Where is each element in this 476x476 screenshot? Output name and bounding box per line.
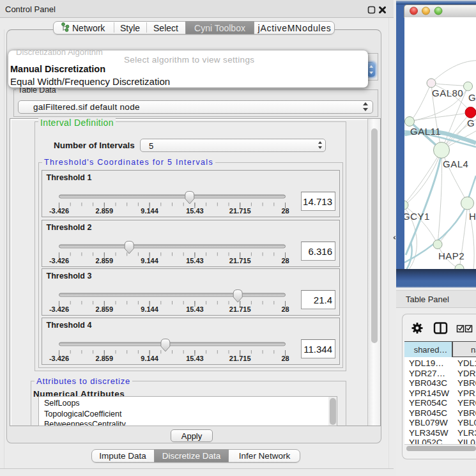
- svg-text:21.715: 21.715: [229, 256, 250, 264]
- svg-text:21.715: 21.715: [229, 305, 250, 313]
- svg-text:HAP2: HAP2: [438, 250, 464, 261]
- svg-text:21.715: 21.715: [229, 207, 250, 215]
- svg-text:15.43: 15.43: [186, 256, 204, 264]
- svg-text:21.715: 21.715: [229, 355, 250, 362]
- svg-text:-3.426: -3.426: [49, 256, 68, 264]
- svg-text:GAL11: GAL11: [410, 126, 441, 137]
- svg-text:2.859: 2.859: [95, 355, 113, 362]
- svg-text:H: H: [469, 211, 476, 222]
- svg-text:15.43: 15.43: [186, 355, 204, 362]
- svg-text:GAL80: GAL80: [432, 88, 463, 98]
- svg-text:9.144: 9.144: [141, 207, 158, 215]
- svg-text:28: 28: [281, 256, 289, 264]
- svg-text:-3.426: -3.426: [49, 207, 68, 215]
- svg-text:9.144: 9.144: [141, 305, 158, 313]
- svg-text:9.144: 9.144: [141, 256, 158, 264]
- svg-text:15.43: 15.43: [186, 305, 204, 313]
- svg-text:2.859: 2.859: [95, 305, 113, 313]
- svg-text:28: 28: [281, 207, 289, 215]
- svg-text:2.859: 2.859: [95, 207, 113, 215]
- svg-text:-3.426: -3.426: [49, 305, 68, 313]
- svg-text:GAL4: GAL4: [443, 158, 468, 169]
- svg-text:GCY1: GCY1: [404, 211, 430, 222]
- svg-text:2.859: 2.859: [95, 256, 113, 264]
- svg-text:G: G: [467, 118, 475, 128]
- svg-text:-3.426: -3.426: [49, 355, 68, 362]
- svg-text:GA: GA: [468, 92, 476, 103]
- svg-text:28: 28: [281, 305, 289, 313]
- svg-text:28: 28: [281, 355, 289, 362]
- svg-text:9.144: 9.144: [141, 355, 158, 362]
- svg-text:15.43: 15.43: [186, 207, 204, 215]
